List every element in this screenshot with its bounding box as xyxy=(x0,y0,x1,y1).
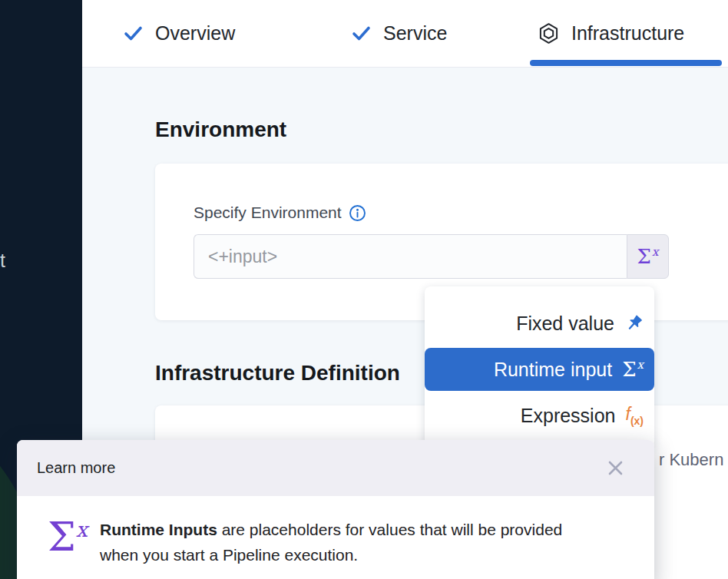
dropdown-item-fixed-value[interactable]: Fixed value xyxy=(425,302,654,345)
partial-kubernetes-text: r Kubern xyxy=(659,450,723,470)
check-icon xyxy=(123,23,144,44)
tab-overview[interactable]: Overview xyxy=(123,0,235,66)
check-icon xyxy=(351,23,372,44)
dropdown-item-label: Fixed value xyxy=(516,313,614,335)
sigma-icon: Σx xyxy=(622,359,644,379)
specify-environment-label-row: Specify Environment xyxy=(194,203,366,222)
environment-input[interactable] xyxy=(194,234,627,279)
info-icon[interactable] xyxy=(349,204,366,222)
popover-title: Learn more xyxy=(37,459,115,477)
popover-header: Learn more xyxy=(17,440,654,496)
tab-service[interactable]: Service xyxy=(351,0,447,66)
dropdown-item-runtime-input[interactable]: Runtime input Σx xyxy=(425,348,654,391)
infrastructure-definition-heading: Infrastructure Definition xyxy=(155,361,400,385)
specify-environment-label: Specify Environment xyxy=(194,203,342,222)
fx-icon: f(x) xyxy=(625,405,644,426)
tab-infrastructure[interactable]: Infrastructure xyxy=(538,0,684,66)
sigma-icon: Σx xyxy=(637,246,659,266)
environment-input-group: Σx xyxy=(194,234,669,279)
tab-label: Service xyxy=(383,22,447,45)
multitype-selector-button[interactable]: Σx xyxy=(627,234,669,279)
dropdown-item-label: Runtime input xyxy=(494,359,612,381)
sigma-icon: Σx xyxy=(48,517,88,557)
stage-tabbar: Overview Service Infrastructure xyxy=(82,0,728,68)
popover-body-text: Runtime Inputs are placeholders for valu… xyxy=(100,517,599,567)
learn-more-popover: Learn more Σx Runtime Inputs are placeho… xyxy=(17,440,654,579)
dropdown-item-label: Expression xyxy=(521,405,616,427)
tab-label: Overview xyxy=(155,22,235,45)
pin-icon xyxy=(624,314,644,333)
multitype-dropdown: Fixed value Runtime input Σx Expression … xyxy=(425,286,654,448)
dropdown-item-expression[interactable]: Expression f(x) xyxy=(425,394,654,437)
close-icon[interactable] xyxy=(606,458,625,478)
sidebar-truncated-text: t xyxy=(0,250,5,272)
tab-label: Infrastructure xyxy=(571,22,684,45)
environment-heading: Environment xyxy=(155,117,286,142)
active-tab-underline xyxy=(530,60,722,66)
hexagon-icon xyxy=(538,22,560,45)
